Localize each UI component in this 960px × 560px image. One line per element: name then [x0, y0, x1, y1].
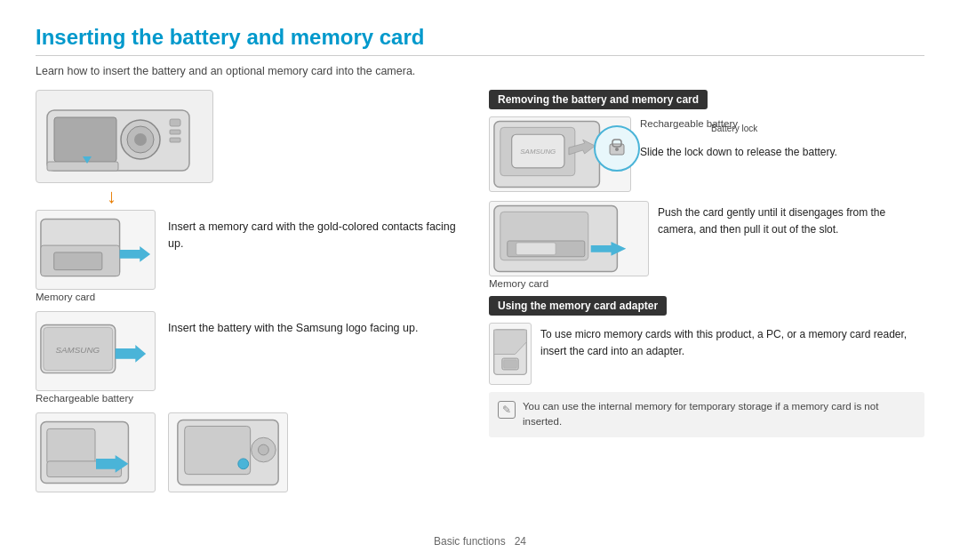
memory-card-row: Memory card Insert a memory card with th…: [36, 210, 471, 302]
adapter-section: Using the memory card adapter To use mic…: [489, 296, 924, 437]
svg-rect-38: [516, 243, 556, 255]
footer-text: Basic functions: [434, 535, 506, 548]
svg-rect-1: [54, 117, 116, 162]
battery-lock-label: Battery lock: [711, 124, 809, 133]
svg-point-34: [615, 148, 619, 151]
adapter-image: [489, 323, 532, 385]
svg-marker-13: [120, 246, 150, 262]
footer-page: 24: [515, 535, 526, 548]
battery-lock-callout: [594, 125, 640, 172]
battery-image: SAMSUNG: [36, 311, 156, 391]
slide-description: Slide the lock down to release the batte…: [640, 140, 924, 161]
svg-rect-5: [170, 119, 180, 126]
title-divider: [36, 55, 924, 56]
page-title: Inserting the battery and memory card: [36, 25, 924, 50]
adapter-description: To use micro memory cards with this prod…: [540, 323, 924, 360]
svg-rect-6: [170, 130, 180, 134]
svg-text:SAMSUNG: SAMSUNG: [55, 345, 100, 355]
note-icon: ✎: [498, 401, 516, 419]
adapter-body: To use micro memory cards with this prod…: [489, 323, 924, 385]
page-subtitle: Learn how to insert the battery and an o…: [36, 65, 924, 77]
svg-point-4: [134, 133, 147, 146]
memory-card-removal-image: [489, 201, 649, 276]
battery-removal-row: SAMSUNG: [489, 116, 924, 192]
memory-card-removal-section: Memory card Push the card gently until i…: [489, 201, 924, 289]
main-content: ↓ Memory card Insert a mem: [36, 90, 924, 492]
page-footer: Basic functions 24: [0, 535, 960, 548]
memory-card-image: [36, 210, 156, 290]
memory-card-caption: Memory card: [36, 292, 156, 302]
note-box: ✎ You can use the internal memory for te…: [489, 392, 924, 437]
svg-marker-17: [116, 345, 146, 363]
memory-card-description: Insert a memory card with the gold-color…: [168, 210, 471, 302]
svg-point-26: [238, 459, 249, 469]
push-description: Push the card gently until it disengages…: [658, 201, 924, 238]
note-text: You can use the internal memory for temp…: [523, 399, 916, 430]
adapter-section-header: Using the memory card adapter: [489, 296, 667, 316]
bottom-image-2: [168, 412, 288, 492]
svg-rect-7: [170, 138, 180, 142]
rechargeable-caption-row: Rechargeable battery Battery lock: [640, 116, 924, 140]
battery-description: Insert the battery with the Samsung logo…: [168, 311, 418, 404]
bottom-images-row: [36, 412, 471, 492]
insert-arrow-icon: ↓: [107, 187, 471, 206]
battery-caption: Rechargeable battery: [36, 393, 156, 404]
bottom-image-1: [36, 412, 156, 492]
svg-rect-43: [504, 359, 517, 367]
left-column: ↓ Memory card Insert a mem: [36, 90, 471, 492]
memory-card-removal-row: Memory card Push the card gently until i…: [489, 201, 924, 289]
svg-rect-19: [47, 428, 95, 463]
camera-top-image: [36, 90, 213, 183]
svg-rect-8: [47, 162, 118, 171]
remove-section-header: Removing the battery and memory card: [489, 90, 708, 109]
battery-row: SAMSUNG Rechargeable battery Insert the …: [36, 311, 471, 404]
right-column: Removing the battery and memory card SAM…: [489, 90, 924, 492]
svg-rect-12: [54, 252, 102, 270]
svg-text:SAMSUNG: SAMSUNG: [520, 148, 556, 156]
svg-point-25: [258, 444, 268, 455]
page: Inserting the battery and memory card Le…: [0, 0, 960, 560]
memory-card-removal-caption: Memory card: [489, 278, 649, 289]
